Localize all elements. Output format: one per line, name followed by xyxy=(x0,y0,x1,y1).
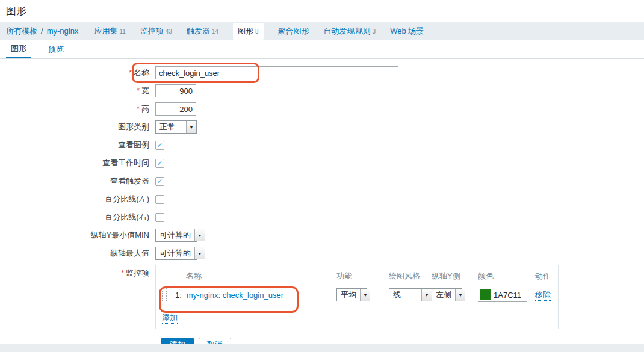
required-asterisk: * xyxy=(129,68,132,77)
column-header-function: 功能 xyxy=(336,271,389,282)
graph-edit-page: 图形 所有模板 / my-nginx 应用集 11 监控项 43 触发器 14 … xyxy=(0,0,644,344)
y-max-row: 纵轴最大值 可计算的 ▼ xyxy=(0,247,644,260)
show-working-time-checkbox[interactable]: ✓ xyxy=(155,159,164,168)
item-name-link[interactable]: my-nginx: check_login_user xyxy=(187,291,283,300)
column-header-color: 颜色 xyxy=(478,271,535,282)
show-triggers-checkbox[interactable]: ✓ xyxy=(155,177,164,186)
template-nav: 应用集 11 监控项 43 触发器 14 图形 8 聚合图形 自动发现规则 3 xyxy=(94,23,424,40)
color-swatch xyxy=(480,289,491,300)
tab-graph[interactable]: 图形 xyxy=(6,40,31,58)
percentile-left-checkbox[interactable] xyxy=(155,195,164,204)
width-row: *宽 xyxy=(0,84,644,97)
item-draw-style-select[interactable]: 线 ▼ xyxy=(389,288,432,301)
y-min-row: 纵轴Y最小值MIN 可计算的 ▼ xyxy=(0,229,644,242)
percentile-left-label: 百分比线(左) xyxy=(0,194,155,205)
drag-handle-icon[interactable] xyxy=(162,288,167,301)
graph-type-select[interactable]: 正常 ▼ xyxy=(155,120,197,134)
tab-preview[interactable]: 预览 xyxy=(43,40,69,58)
graph-type-label: 图形类别 xyxy=(0,122,155,132)
nav-item-graphs[interactable]: 图形 8 xyxy=(233,23,264,40)
nav-item-discovery-rules[interactable]: 自动发现规则 3 xyxy=(324,26,376,37)
percentile-right-checkbox[interactable] xyxy=(155,213,164,222)
item-remove-link[interactable]: 移除 xyxy=(535,289,551,301)
chevron-down-icon: ▼ xyxy=(186,121,196,133)
column-header-y-side: 纵轴Y侧 xyxy=(432,271,478,282)
show-triggers-label: 查看触发器 xyxy=(0,176,155,187)
show-legend-checkbox[interactable]: ✓ xyxy=(155,141,164,150)
check-icon: ✓ xyxy=(157,159,163,167)
add-button[interactable]: 添加 xyxy=(161,338,194,344)
graph-type-row: 图形类别 正常 ▼ xyxy=(0,120,644,134)
nav-item-web-scenarios[interactable]: Web 场景 xyxy=(390,26,424,37)
tab-bar: 图形 预览 xyxy=(0,40,644,59)
check-icon: ✓ xyxy=(157,141,163,149)
nav-item-applications[interactable]: 应用集 11 xyxy=(94,26,125,37)
check-icon: ✓ xyxy=(157,178,163,185)
y-max-label: 纵轴最大值 xyxy=(0,248,155,259)
nav-count: 43 xyxy=(166,28,172,35)
color-hex-value: 1A7C11 xyxy=(494,291,521,300)
item-y-side-select[interactable]: 左侧 ▼ xyxy=(432,288,462,301)
nav-count: 11 xyxy=(119,28,125,35)
form-actions: 添加 取消 xyxy=(0,338,644,344)
chevron-down-icon: ▼ xyxy=(421,289,432,301)
graph-form: *名称 *宽 *高 图形类别 正常 ▼ 查看图例 ✓ 查看工作时间 ✓ xyxy=(0,59,644,344)
item-row: 1: my-nginx: check_login_user 平均 ▼ 线 xyxy=(161,283,553,306)
y-min-label: 纵轴Y最小值MIN xyxy=(0,230,155,241)
nav-item-triggers[interactable]: 触发器 14 xyxy=(187,26,218,37)
items-table: 名称 功能 绘图风格 纵轴Y侧 颜色 动作 1: my-nginx: check… xyxy=(155,265,559,329)
nav-count: 8 xyxy=(255,28,259,35)
nav-count: 14 xyxy=(212,28,218,35)
column-header-draw-style: 绘图风格 xyxy=(389,271,432,282)
required-asterisk: * xyxy=(137,104,140,113)
y-max-select[interactable]: 可计算的 ▼ xyxy=(155,247,197,260)
nav-count: 3 xyxy=(373,28,376,35)
column-header-action: 动作 xyxy=(535,271,564,282)
name-row: *名称 xyxy=(0,66,644,79)
breadcrumb-all-templates-link[interactable]: 所有模板 xyxy=(6,26,37,37)
items-row: *监控项 名称 功能 绘图风格 纵轴Y侧 颜色 动作 1: my-nginx: … xyxy=(0,265,644,329)
width-input[interactable] xyxy=(155,84,196,97)
name-label: 名称 xyxy=(134,68,149,77)
height-input[interactable] xyxy=(155,102,196,116)
width-label: 宽 xyxy=(141,86,149,95)
breadcrumb: 所有模板 / my-nginx 应用集 11 监控项 43 触发器 14 图形 … xyxy=(0,22,644,40)
name-input[interactable] xyxy=(155,66,398,79)
show-legend-row: 查看图例 ✓ xyxy=(0,138,644,152)
show-working-time-label: 查看工作时间 xyxy=(0,158,155,168)
nav-item-screens[interactable]: 聚合图形 xyxy=(278,26,309,37)
show-triggers-row: 查看触发器 ✓ xyxy=(0,174,644,188)
item-color-picker[interactable]: 1A7C11 xyxy=(478,288,527,302)
chevron-down-icon: ▼ xyxy=(194,247,205,259)
percentile-right-label: 百分比线(右) xyxy=(0,212,155,223)
y-min-select[interactable]: 可计算的 ▼ xyxy=(155,229,197,242)
column-header-name: 名称 xyxy=(161,271,336,282)
percentile-right-row: 百分比线(右) xyxy=(0,211,644,224)
nav-item-items[interactable]: 监控项 43 xyxy=(140,26,172,37)
page-header: 图形 xyxy=(0,0,644,22)
chevron-down-icon: ▼ xyxy=(360,289,370,301)
page-title: 图形 xyxy=(6,4,638,18)
add-item-link[interactable]: 添加 xyxy=(162,312,178,324)
show-legend-label: 查看图例 xyxy=(0,140,155,150)
required-asterisk: * xyxy=(137,86,140,95)
items-table-header: 名称 功能 绘图风格 纵轴Y侧 颜色 动作 xyxy=(161,269,553,283)
required-asterisk: * xyxy=(121,268,124,277)
show-working-time-row: 查看工作时间 ✓ xyxy=(0,156,644,170)
height-row: *高 xyxy=(0,102,644,116)
height-label: 高 xyxy=(141,104,149,113)
chevron-down-icon: ▼ xyxy=(194,229,205,241)
breadcrumb-separator: / xyxy=(41,26,43,36)
percentile-left-row: 百分比线(左) xyxy=(0,193,644,206)
item-index: 1: xyxy=(175,291,182,300)
chevron-down-icon: ▼ xyxy=(455,289,465,301)
cancel-button[interactable]: 取消 xyxy=(199,338,231,344)
items-label: 监控项 xyxy=(126,268,149,277)
breadcrumb-template-link[interactable]: my-nginx xyxy=(47,26,79,36)
item-function-select[interactable]: 平均 ▼ xyxy=(336,288,367,301)
